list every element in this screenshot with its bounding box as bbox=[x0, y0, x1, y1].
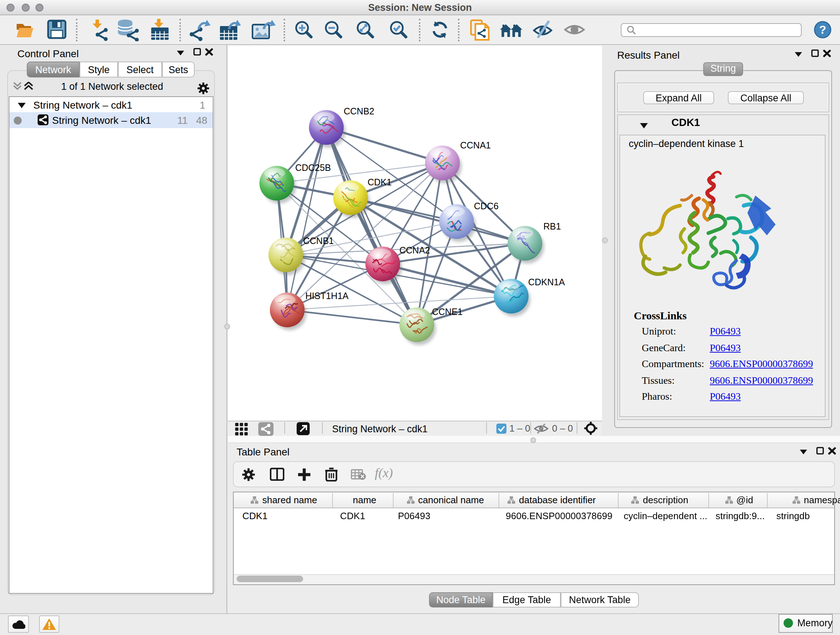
svg-text:CCNB2: CCNB2 bbox=[344, 106, 374, 116]
svg-text:CCNE1: CCNE1 bbox=[432, 307, 463, 317]
svg-text:?: ? bbox=[819, 23, 826, 36]
svg-text:CDC25B: CDC25B bbox=[295, 163, 331, 173]
svg-text:HIST1H1A: HIST1H1A bbox=[305, 291, 349, 301]
svg-text:CDC6: CDC6 bbox=[474, 201, 499, 211]
svg-text:CCNA2: CCNA2 bbox=[399, 245, 430, 255]
svg-text:CCNA1: CCNA1 bbox=[460, 140, 491, 150]
svg-text:CDK1: CDK1 bbox=[368, 177, 392, 187]
svg-text:CDKN1A: CDKN1A bbox=[528, 277, 565, 287]
svg-text:RB1: RB1 bbox=[543, 221, 561, 231]
svg-text:CCNB1: CCNB1 bbox=[303, 236, 334, 246]
